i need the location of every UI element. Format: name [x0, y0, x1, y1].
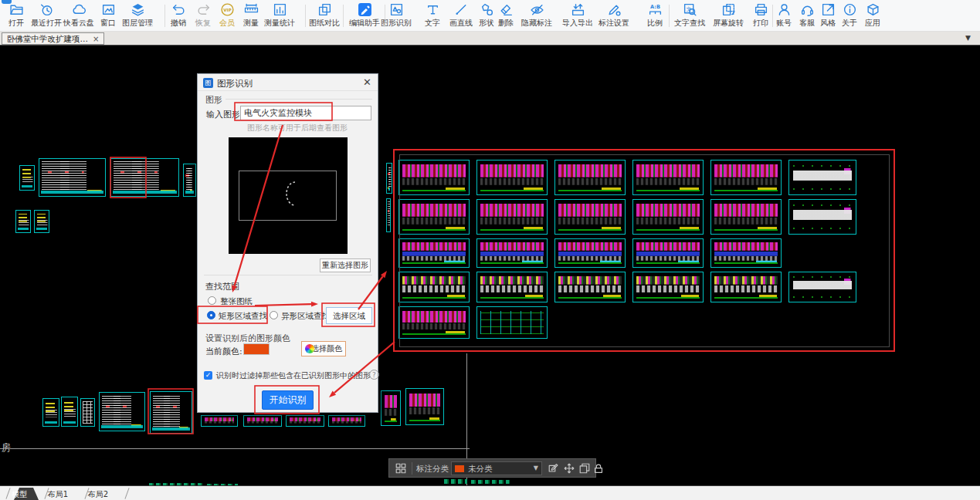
measure-stats-icon	[273, 2, 287, 17]
graphic-group-label: 图形	[205, 94, 222, 106]
apps-icon	[866, 2, 880, 17]
rect-area-radio[interactable]	[207, 311, 215, 319]
drawing-thumbnail[interactable]	[34, 210, 49, 233]
shape-recognition-dialog: 图 图形识别 ✕ 图形 输入图形名称: 图形名称可用于后期查看图形 重新选择图形…	[197, 73, 378, 413]
main-toolbar: 打开最近打开快看云盘窗口图层管理撤销恢复VIP会员测量测量统计图纸对比编辑助手图…	[0, 0, 980, 32]
tab-layout1-label: 布局1	[38, 489, 78, 500]
drawing-thumbnail[interactable]	[386, 198, 391, 232]
text-search-icon: 文	[683, 2, 697, 17]
drawing-thumbnail[interactable]	[80, 398, 95, 427]
drawing-thumbnail[interactable]	[42, 398, 59, 427]
measure-stats-button[interactable]: 测量统计	[258, 2, 301, 31]
search-range-label: 查找范围	[205, 281, 239, 292]
canvas-fragment	[471, 480, 510, 484]
filter-checkbox[interactable]: ✓	[204, 371, 212, 380]
measure-stats-button-label: 测量统计	[258, 18, 301, 29]
drawing-thumbnail[interactable]	[381, 390, 401, 426]
cloud-drive-icon	[72, 2, 86, 17]
drawing-thumbnail[interactable]	[328, 415, 365, 427]
drawing-thumbnail[interactable]	[243, 415, 282, 427]
text-search-button[interactable]: 文文字查找	[668, 2, 711, 31]
dropdown-caret-icon: ▼	[534, 465, 538, 471]
window-icon	[101, 2, 116, 17]
graphic-name-hint: 图形名称可用于后期查看图形	[247, 123, 348, 133]
pick-color-button[interactable]: 选择颜色	[301, 341, 346, 356]
drawing-thumbnail[interactable]	[405, 388, 444, 425]
canvas-fragment	[444, 479, 467, 484]
toolbar-divider	[772, 5, 773, 27]
drawing-frame	[399, 154, 890, 347]
category-dropdown[interactable]: 未分类 ▼	[451, 461, 542, 475]
toolbar-divider	[669, 5, 670, 27]
apps-button[interactable]: 应用	[851, 2, 894, 31]
document-tab-label: 卧佛堂中学改扩建项…	[7, 34, 88, 43]
tab-divider	[124, 488, 129, 498]
drawing-thumbnail[interactable]	[99, 392, 145, 431]
dialog-title: 图形识别	[217, 78, 253, 90]
graphic-name-input[interactable]	[240, 106, 371, 120]
drawing-thumbnail[interactable]	[19, 165, 35, 191]
toolbar-divider	[343, 5, 344, 27]
edit-assistant-icon	[358, 2, 372, 17]
group-divider	[226, 99, 372, 100]
tab-model[interactable]: 模型	[14, 488, 39, 500]
svg-text:A:B: A:B	[650, 4, 660, 10]
tab-layout2[interactable]: 布局2	[93, 488, 120, 500]
grid-view-icon[interactable]	[395, 462, 407, 475]
canvas-axis-line	[0, 448, 470, 449]
canvas-text: 房	[2, 441, 11, 454]
drawing-compare-button-label: 图纸对比	[303, 18, 346, 29]
toolbar-divider	[305, 5, 306, 27]
category-value: 未分类	[468, 464, 493, 475]
drawing-thumbnail[interactable]	[386, 163, 392, 194]
annotation-classify-toolbar: 标注分类 未分类 ▼	[388, 458, 596, 478]
toolbar-divider	[164, 5, 165, 27]
copy-annotation-icon[interactable]	[578, 462, 591, 475]
drawing-thumbnail[interactable]	[61, 397, 78, 427]
scale-icon: A:B	[648, 2, 663, 17]
irregular-area-label[interactable]: 异形区域查找	[281, 311, 330, 322]
app-logo	[2, 0, 12, 4]
current-color-label: 当前颜色:	[205, 346, 242, 357]
annotation-settings-button[interactable]: 标注设置	[592, 2, 636, 31]
dialog-close-icon[interactable]: ✕	[363, 76, 371, 88]
collapse-toolbar-icon[interactable]: ▼	[965, 34, 971, 42]
drawing-thumbnail[interactable]	[110, 158, 179, 197]
whole-drawing-radio[interactable]	[208, 296, 216, 305]
measure-icon	[244, 2, 259, 17]
dialog-titlebar[interactable]: 图 图形识别 ✕	[198, 74, 378, 91]
whole-drawing-label[interactable]: 整张图纸	[220, 296, 253, 307]
color-wheel-icon	[305, 344, 314, 353]
edit-annotation-icon[interactable]	[548, 462, 560, 475]
pick-color-label: 选择颜色	[311, 344, 342, 353]
import-export-icon	[571, 2, 585, 17]
drawing-canvas[interactable]: 房	[0, 46, 980, 485]
document-tab-close-icon[interactable]: ×	[93, 35, 99, 43]
drawing-thumbnail[interactable]	[15, 210, 31, 233]
tab-layout2-label: 布局2	[78, 489, 118, 500]
drawing-thumbnail[interactable]	[150, 391, 192, 434]
group-divider	[204, 275, 372, 275]
hide-annotation-button[interactable]: 隐藏标注	[515, 2, 558, 31]
tab-layout1[interactable]: 布局1	[53, 488, 80, 500]
hide-annotation-icon	[530, 2, 544, 17]
help-icon[interactable]: ?	[369, 370, 379, 380]
document-tab-bar: 卧佛堂中学改扩建项…× ▼	[0, 32, 980, 46]
text-search-button-label: 文字查找	[668, 18, 711, 29]
rect-area-label[interactable]: 矩形区域查找	[219, 311, 267, 322]
document-tab[interactable]: 卧佛堂中学改扩建项…×	[2, 32, 104, 45]
drawing-thumbnail[interactable]	[286, 415, 324, 427]
move-annotation-icon[interactable]	[563, 462, 575, 475]
drawing-thumbnail[interactable]	[201, 415, 238, 427]
reselect-graphic-button[interactable]: 重新选择图形	[320, 258, 371, 272]
filter-checkbox-label[interactable]: 识别时过滤掉那些包含在已识别图形中的图形	[216, 370, 371, 381]
start-recognition-button[interactable]: 开始识别	[262, 390, 314, 410]
select-area-button[interactable]: 选择区域	[326, 307, 372, 324]
drawing-thumbnail[interactable]	[183, 164, 196, 197]
drawing-thumbnail[interactable]	[39, 158, 106, 197]
irregular-area-radio[interactable]	[270, 311, 278, 319]
lock-annotation-icon[interactable]	[592, 462, 605, 475]
layer-manage-button[interactable]: 图层管理	[116, 2, 159, 31]
drawing-compare-button[interactable]: 图纸对比	[303, 2, 346, 31]
result-color-group-label: 设置识别后的图形颜色	[205, 333, 290, 344]
